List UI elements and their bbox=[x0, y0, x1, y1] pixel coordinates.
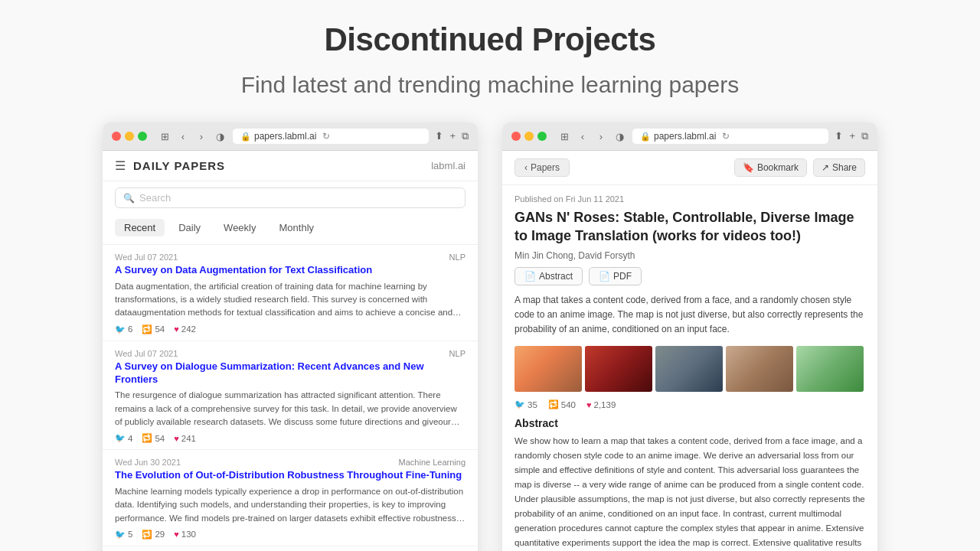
paper-meta-2: Wed Jul 07 2021 NLP bbox=[115, 349, 466, 358]
stat-twitter-2: 🐦 4 bbox=[115, 433, 132, 443]
right-browser: ⊞ ‹ › ◑ 🔒 papers.labml.ai ↻ ⬆ + ⧉ bbox=[502, 122, 877, 551]
anime-image-4 bbox=[726, 346, 793, 392]
heart-count-1: 242 bbox=[181, 324, 196, 334]
paper-abstract-3: Machine learning models typically experi… bbox=[115, 485, 466, 525]
paper-item-2[interactable]: Wed Jul 07 2021 NLP A Survey on Dialogue… bbox=[103, 341, 478, 451]
address-bar-left[interactable]: 🔒 papers.labml.ai ↻ bbox=[233, 129, 429, 144]
heart-icon-detail: ♥ bbox=[586, 400, 592, 409]
pdf-button[interactable]: 📄 PDF bbox=[589, 267, 642, 285]
add-tab-icon-right[interactable]: + bbox=[849, 130, 855, 142]
sidebar-toggle-icon-right[interactable]: ⊞ bbox=[557, 129, 571, 143]
dot-red-right[interactable] bbox=[511, 132, 521, 141]
right-browser-content: ‹ Papers 🔖 Bookmark ↗ Share bbox=[502, 151, 877, 551]
stat-heart-2: ♥ 241 bbox=[174, 433, 196, 443]
paper-title-3[interactable]: The Evolution of Out-of-Distribution Rob… bbox=[115, 469, 466, 482]
stat-twitter-3: 🐦 5 bbox=[115, 530, 132, 540]
sidebar-toggle-icon[interactable]: ⊞ bbox=[158, 129, 172, 143]
stat-heart-1: ♥ 242 bbox=[174, 324, 196, 334]
paper-stats-3: 🐦 5 🔁 29 ♥ 130 bbox=[115, 530, 466, 540]
url-left: papers.labml.ai bbox=[254, 131, 316, 142]
paper-authors: Min Jin Chong, David Forsyth bbox=[514, 250, 865, 261]
paper-date-2: Wed Jul 07 2021 bbox=[115, 349, 178, 358]
tab-daily[interactable]: Daily bbox=[169, 219, 210, 236]
forward-icon-right[interactable]: › bbox=[594, 129, 608, 143]
tab-recent[interactable]: Recent bbox=[115, 219, 165, 236]
share-icon-right[interactable]: ⬆ bbox=[835, 130, 843, 142]
browser-controls-left: ⊞ ‹ › ◑ bbox=[158, 129, 227, 143]
share-button[interactable]: ↗ Share bbox=[813, 158, 865, 177]
paper-tag-1: NLP bbox=[449, 253, 466, 262]
browser-dots-right bbox=[511, 132, 547, 141]
reload-icon-right[interactable]: ↻ bbox=[722, 131, 730, 142]
left-browser-content: ☰ DAILY PAPERS labml.ai 🔍 Search Recent … bbox=[103, 151, 478, 551]
tab-weekly[interactable]: Weekly bbox=[214, 219, 265, 236]
dark-mode-icon-right[interactable]: ◑ bbox=[612, 129, 626, 143]
abstract-button[interactable]: 📄 Abstract bbox=[514, 267, 583, 285]
share-label: Share bbox=[832, 162, 857, 173]
forward-icon[interactable]: › bbox=[194, 129, 208, 143]
tabs-icon-left[interactable]: ⧉ bbox=[462, 130, 469, 142]
paper-title-2[interactable]: A Survey on Dialogue Summarization: Rece… bbox=[115, 360, 466, 386]
paper-stats-1: 🐦 6 🔁 54 ♥ 242 bbox=[115, 324, 466, 334]
paper-meta-3: Wed Jun 30 2021 Machine Learning bbox=[115, 458, 466, 467]
back-button[interactable]: ‹ Papers bbox=[514, 158, 570, 177]
labml-logo: labml.ai bbox=[431, 160, 466, 171]
browser-bar-left: ⊞ ‹ › ◑ 🔒 papers.labml.ai ↻ ⬆ + ⧉ bbox=[103, 122, 478, 151]
reload-icon-left[interactable]: ↻ bbox=[322, 131, 330, 142]
anime-image-5 bbox=[796, 346, 864, 392]
bookmark-button[interactable]: 🔖 Bookmark bbox=[734, 158, 807, 177]
paper-item-4[interactable]: Wed Jul 07 2021 Machine Learning Evaluat… bbox=[103, 546, 478, 551]
stat-retweet-2: 🔁 54 bbox=[142, 433, 165, 443]
retweet-count-2: 54 bbox=[155, 434, 165, 443]
paper-meta-1: Wed Jul 07 2021 NLP bbox=[115, 253, 466, 262]
dark-mode-icon[interactable]: ◑ bbox=[213, 129, 227, 143]
twitter-icon-1: 🐦 bbox=[115, 324, 126, 334]
retweet-count-3: 29 bbox=[155, 530, 165, 539]
search-placeholder: Search bbox=[139, 192, 171, 204]
site-title: DAILY PAPERS bbox=[133, 159, 225, 172]
stat-twitter-1: 🐦 6 bbox=[115, 324, 132, 334]
bookmark-label: Bookmark bbox=[757, 162, 799, 173]
tab-monthly[interactable]: Monthly bbox=[270, 219, 324, 236]
browser-dots-left bbox=[112, 132, 147, 141]
dot-green[interactable] bbox=[138, 132, 147, 141]
share-icon-left[interactable]: ⬆ bbox=[435, 130, 443, 142]
search-bar[interactable]: 🔍 Search bbox=[115, 187, 466, 208]
lock-icon: 🔒 bbox=[240, 132, 251, 142]
lock-icon-right: 🔒 bbox=[640, 132, 651, 142]
add-tab-icon-left[interactable]: + bbox=[449, 130, 456, 142]
paper-tag-2: NLP bbox=[449, 349, 466, 358]
back-icon[interactable]: ‹ bbox=[176, 129, 190, 143]
abstract-icon: 📄 bbox=[524, 271, 536, 282]
twitter-count-detail: 35 bbox=[528, 400, 537, 409]
dot-yellow[interactable] bbox=[125, 132, 134, 141]
screenshots-row: ⊞ ‹ › ◑ 🔒 papers.labml.ai ↻ ⬆ + ⧉ bbox=[72, 122, 908, 551]
hamburger-icon[interactable]: ☰ bbox=[115, 158, 126, 173]
paper-action-btns: 📄 Abstract 📄 PDF bbox=[514, 267, 865, 285]
bookmark-icon: 🔖 bbox=[743, 162, 754, 173]
paper-item-3[interactable]: Wed Jun 30 2021 Machine Learning The Evo… bbox=[103, 450, 478, 546]
stat-retweet-detail: 🔁 540 bbox=[548, 399, 576, 409]
page-title: Discontinued Projects bbox=[72, 21, 908, 58]
anime-image-1 bbox=[514, 346, 582, 392]
retweet-icon-1: 🔁 bbox=[142, 324, 152, 334]
retweet-icon-2: 🔁 bbox=[142, 433, 152, 443]
anime-images-row bbox=[514, 346, 865, 392]
twitter-count-2: 4 bbox=[128, 434, 132, 443]
address-bar-right[interactable]: 🔒 papers.labml.ai ↻ bbox=[632, 129, 828, 144]
dot-green-right[interactable] bbox=[537, 132, 547, 141]
url-right: papers.labml.ai bbox=[654, 131, 716, 142]
share-icon-detail: ↗ bbox=[822, 162, 829, 173]
paper-item-1[interactable]: Wed Jul 07 2021 NLP A Survey on Data Aug… bbox=[103, 245, 478, 341]
dot-red[interactable] bbox=[112, 132, 121, 141]
tabs-icon-right[interactable]: ⧉ bbox=[861, 130, 868, 142]
left-top-bar: ☰ DAILY PAPERS labml.ai bbox=[103, 151, 478, 181]
heart-count-2: 241 bbox=[181, 434, 196, 443]
back-icon-right[interactable]: ‹ bbox=[576, 129, 590, 143]
retweet-icon-detail: 🔁 bbox=[548, 399, 559, 409]
paper-title-1[interactable]: A Survey on Data Augmentation for Text C… bbox=[115, 264, 466, 277]
dot-yellow-right[interactable] bbox=[524, 132, 534, 141]
pdf-icon: 📄 bbox=[599, 271, 610, 282]
browser-controls-right: ⊞ ‹ › ◑ bbox=[557, 129, 626, 143]
heart-count-detail: 2,139 bbox=[594, 400, 616, 409]
